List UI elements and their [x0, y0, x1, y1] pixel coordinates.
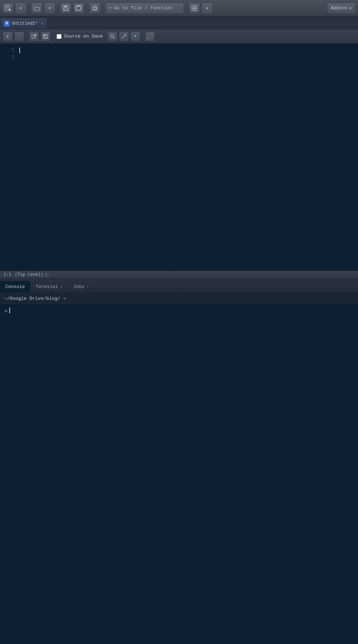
toolbar-separator-3: [87, 3, 87, 13]
editor-toolbar-sep-2: [53, 33, 53, 40]
terminal-tab-label: Terminal: [36, 284, 58, 289]
panel-tab-bar: Console Terminal ✕ Jobs ✕: [0, 279, 358, 293]
goto-icon: ➤: [109, 5, 112, 11]
toolbar-separator-1: [29, 3, 29, 13]
new-file-dropdown-button[interactable]: ▾: [15, 3, 26, 14]
editor-area[interactable]: 1 2: [0, 44, 358, 270]
path-change-icon[interactable]: ↷: [63, 296, 66, 302]
close-tab-icon[interactable]: ✕: [41, 21, 44, 26]
editor-content[interactable]: [18, 44, 358, 270]
open-in-editor-button[interactable]: [29, 31, 39, 42]
toolbar-separator-5: [186, 3, 187, 13]
forward-button[interactable]: [14, 31, 24, 42]
open-file-button[interactable]: [31, 3, 43, 14]
goto-file-function-button[interactable]: ➤ Go to file / function: [105, 3, 184, 14]
console-content[interactable]: >: [0, 305, 358, 644]
new-file-button[interactable]: [2, 3, 14, 14]
scope-label: (Top Level): [15, 272, 43, 277]
back-button[interactable]: [3, 31, 13, 42]
svg-rect-23: [44, 34, 46, 36]
prompt-symbol: >: [4, 308, 7, 315]
panel-path-bar: ~/Google Drive/blog/ ↷: [0, 293, 358, 305]
svg-line-27: [122, 36, 125, 38]
source-on-save-group: Source on Save: [57, 34, 103, 39]
goto-label: Go to file / function: [114, 5, 173, 11]
jobs-tab-label: Jobs: [73, 284, 84, 289]
jobs-tab[interactable]: Jobs ✕: [68, 281, 95, 292]
svg-line-26: [113, 37, 115, 39]
save-all-button[interactable]: [73, 3, 84, 14]
tab-label: Untitled1*: [12, 21, 38, 26]
line-number-2: 2: [11, 54, 14, 61]
svg-rect-20: [32, 35, 35, 38]
addins-label: Addins: [331, 5, 348, 11]
console-cursor: [9, 308, 10, 313]
editor-line-1: [19, 47, 357, 54]
svg-point-25: [111, 35, 113, 38]
svg-rect-8: [64, 8, 68, 10]
editor-toolbar-sep-3: [105, 33, 105, 40]
save-button[interactable]: [60, 3, 72, 14]
editor-toolbar: Source on Save ▾: [0, 29, 358, 44]
source-on-save-label[interactable]: Source on Save: [64, 34, 103, 39]
svg-rect-17: [195, 6, 197, 8]
search-button[interactable]: [107, 31, 117, 42]
console-tab-label: Console: [5, 284, 25, 289]
svg-rect-16: [192, 6, 194, 8]
scope-indicator[interactable]: (Top Level) ⬡: [15, 272, 48, 278]
document-tab-bar: R Untitled1* ✕: [0, 16, 358, 29]
svg-rect-18: [192, 9, 194, 11]
svg-rect-11: [78, 5, 79, 7]
line-number-1: 1: [11, 47, 14, 54]
terminal-tab-close[interactable]: ✕: [60, 284, 63, 289]
svg-rect-7: [64, 6, 67, 8]
svg-rect-33: [147, 34, 150, 36]
code-tools-dropdown[interactable]: ▾: [130, 31, 140, 42]
console-prompt-line: >: [4, 308, 354, 315]
svg-rect-24: [44, 36, 47, 38]
source-on-save-checkbox[interactable]: [57, 34, 62, 39]
svg-point-15: [96, 8, 97, 9]
status-bar: 1:1 (Top Level) ⬡: [0, 270, 358, 279]
open-file-dropdown-button[interactable]: ▾: [44, 3, 55, 14]
view-grid-button[interactable]: [189, 3, 200, 14]
console-tab[interactable]: Console: [0, 281, 30, 292]
jobs-tab-close[interactable]: ✕: [87, 284, 89, 289]
terminal-tab[interactable]: Terminal ✕: [30, 281, 68, 292]
r-file-icon: R: [4, 21, 10, 26]
text-cursor: [19, 48, 20, 53]
addins-button[interactable]: Addins ▾: [327, 3, 356, 14]
view-grid-dropdown-button[interactable]: ▾: [202, 3, 213, 14]
top-toolbar: ▾ ▾ ➤ Go to fi: [0, 0, 358, 16]
print-button[interactable]: [89, 3, 101, 14]
svg-rect-19: [195, 9, 197, 11]
svg-rect-34: [150, 36, 153, 39]
addins-dropdown-icon: ▾: [349, 5, 352, 11]
bottom-panel: Console Terminal ✕ Jobs ✕ ~/Google Drive…: [0, 279, 358, 644]
line-numbers: 1 2: [0, 44, 18, 270]
toolbar-separator-4: [103, 3, 103, 13]
scope-dropdown-icon: ⬡: [45, 272, 48, 278]
document-tab-untitled1[interactable]: R Untitled1* ✕: [0, 18, 48, 29]
console-path: ~/Google Drive/blog/: [4, 296, 60, 301]
toolbar-separator-2: [58, 3, 58, 13]
editor-toolbar-sep-1: [26, 33, 27, 40]
code-tools-button[interactable]: [119, 31, 129, 42]
editor-toolbar-sep-4: [142, 33, 143, 40]
compile-button[interactable]: [145, 31, 155, 42]
editor-save-button[interactable]: [40, 31, 50, 42]
cursor-position: 1:1: [4, 272, 11, 277]
